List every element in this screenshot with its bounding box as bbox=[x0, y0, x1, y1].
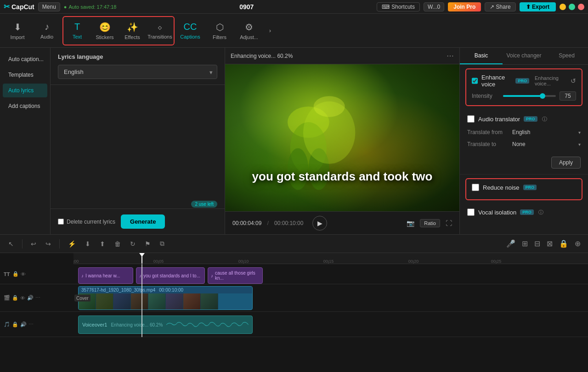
chevron-down-icon-translate-to: ▾ bbox=[578, 142, 581, 147]
undo-button[interactable]: ↩ bbox=[28, 238, 39, 249]
tool-audio[interactable]: ♪ Audio bbox=[33, 17, 61, 45]
audio-volume-icon[interactable]: 🔊 bbox=[20, 321, 27, 327]
tool-stickers[interactable]: 😊 Stickers bbox=[91, 17, 119, 45]
enhance-voice-reset-button[interactable]: ↺ bbox=[571, 77, 576, 85]
tab-voice-changer[interactable]: Voice changer bbox=[503, 48, 545, 64]
redo-button[interactable]: ↪ bbox=[43, 238, 54, 249]
audio-more-icon[interactable]: ⋯ bbox=[28, 321, 34, 327]
right-panel: Basic Voice changer Speed Enhance voice … bbox=[459, 48, 588, 234]
export-button[interactable]: ⬆ Export bbox=[520, 2, 556, 11]
audio-track-controls: 🎵 🔒 🔊 ⋯ bbox=[4, 321, 34, 327]
language-select[interactable]: English bbox=[58, 65, 217, 79]
timeline-snap-button[interactable]: ⊞ bbox=[520, 237, 530, 250]
video-clip-main[interactable]: 3577617-hd_1920_1080_30fps.mp4 00:00:10:… bbox=[78, 286, 253, 310]
translate-to-value: None bbox=[512, 141, 575, 147]
cursor-tool[interactable]: ↖ bbox=[6, 238, 17, 249]
tab-speed[interactable]: Speed bbox=[545, 48, 588, 64]
video-more-icon[interactable]: ⋯ bbox=[35, 295, 40, 301]
apply-button[interactable]: Apply bbox=[551, 157, 581, 169]
split-button[interactable]: ⚡ bbox=[65, 238, 79, 249]
play-button[interactable]: ▶ bbox=[312, 216, 327, 231]
mark-button[interactable]: ⚑ bbox=[142, 238, 153, 249]
workspace-button[interactable]: W...0 bbox=[424, 2, 444, 11]
filters-icon: ⬡ bbox=[216, 22, 224, 33]
add-captions-button[interactable]: Add captions bbox=[3, 99, 47, 113]
top-bar: ✂ CapCut Menu ● Auto saved: 17:47:18 090… bbox=[0, 0, 588, 14]
fullscreen-button[interactable]: ⛶ bbox=[446, 220, 452, 227]
tool-import[interactable]: ⬇ Import bbox=[4, 17, 31, 45]
highlighted-tools: T Text 😊 Stickers ✨ Effects ⬦ Transition… bbox=[62, 16, 175, 45]
video-eye-icon[interactable]: 👁 bbox=[20, 295, 25, 301]
menu-button[interactable]: Menu bbox=[38, 2, 60, 11]
intensity-slider-thumb[interactable] bbox=[540, 93, 545, 99]
lyrics-clip-2[interactable]: ♪ you got standards and I to... bbox=[136, 267, 205, 284]
audio-clip-main[interactable]: Voiceover1 Enhancing voice... 60.2% bbox=[78, 316, 253, 334]
timeline-plus-button[interactable]: ⊕ bbox=[573, 237, 582, 250]
screenshot-button[interactable]: 📷 bbox=[407, 220, 414, 227]
split-right-button[interactable]: ⬆ bbox=[97, 238, 108, 249]
crop-button[interactable]: ⧉ bbox=[157, 238, 167, 249]
tool-text[interactable]: T Text bbox=[63, 17, 91, 45]
tool-adjust[interactable]: ⚙ Adjust... bbox=[235, 17, 263, 45]
auto-lyrics-button[interactable]: Auto lyrics bbox=[3, 84, 47, 97]
captions-track: ♪ I wanna hear w... ♪ you got standards … bbox=[74, 264, 588, 284]
vocal-isolation-checkbox[interactable] bbox=[467, 209, 475, 216]
video-controls-right: 📷 Ratio ⛶ bbox=[407, 219, 452, 227]
timeline-magnet-button[interactable]: ⊟ bbox=[532, 237, 542, 250]
join-pro-button[interactable]: Join Pro bbox=[448, 2, 481, 11]
templates-button[interactable]: Templates bbox=[3, 68, 47, 82]
enhance-voice-checkbox[interactable] bbox=[472, 77, 478, 85]
lock-icon[interactable]: 🔒 bbox=[12, 271, 19, 277]
reduce-noise-section: Reduce noise PRO bbox=[465, 178, 582, 200]
audio-translator-checkbox[interactable] bbox=[467, 115, 475, 123]
close-button[interactable] bbox=[578, 4, 584, 10]
more-tools-button[interactable]: › bbox=[265, 17, 276, 45]
maximize-button[interactable] bbox=[569, 4, 575, 10]
share-button[interactable]: ↗ Share bbox=[485, 2, 515, 11]
tool-filters[interactable]: ⬡ Filters bbox=[206, 17, 233, 45]
intensity-value-input[interactable] bbox=[560, 91, 576, 101]
lyrics-clip-1[interactable]: ♪ I wanna hear w... bbox=[78, 267, 133, 284]
ruler-tick-0 bbox=[74, 261, 74, 264]
video-lock-icon[interactable]: 🔒 bbox=[12, 295, 18, 301]
mic-button[interactable]: 🎤 bbox=[504, 237, 517, 250]
timeline-link-button[interactable]: ⊠ bbox=[545, 237, 554, 250]
lyrics-language-title: Lyrics language bbox=[58, 53, 217, 60]
enhance-voice-pro-badge: PRO bbox=[515, 78, 529, 84]
audio-lock-icon[interactable]: 🔒 bbox=[12, 321, 18, 327]
video-menu-dots[interactable]: ⋯ bbox=[447, 51, 454, 60]
lyrics-clip-3[interactable]: ♪ cause all those girls kn... bbox=[208, 267, 263, 284]
minimize-button[interactable] bbox=[560, 4, 566, 10]
ratio-button[interactable]: Ratio bbox=[420, 219, 440, 227]
auto-captions-button[interactable]: Auto caption... bbox=[3, 52, 47, 66]
reduce-noise-checkbox[interactable] bbox=[472, 184, 479, 191]
reduce-noise-pro-badge: PRO bbox=[523, 185, 537, 190]
timeline-lock-button[interactable]: 🔒 bbox=[557, 237, 570, 250]
delete-button[interactable]: 🗑 bbox=[112, 238, 124, 249]
video-audio-icon[interactable]: 🔊 bbox=[27, 295, 34, 301]
captions-track-icon: TT bbox=[4, 271, 10, 277]
tab-basic[interactable]: Basic bbox=[460, 48, 503, 64]
intensity-slider-fill bbox=[503, 95, 543, 97]
loop-button[interactable]: ↻ bbox=[127, 238, 138, 249]
eye-icon[interactable]: 👁 bbox=[21, 271, 26, 277]
generate-button[interactable]: Generate bbox=[121, 214, 165, 229]
audio-translator-section: Audio translator PRO ⓘ Translate from En… bbox=[460, 110, 588, 175]
main-content: Auto caption... Templates Auto lyrics Ad… bbox=[0, 48, 588, 234]
split-left-button[interactable]: ⬇ bbox=[82, 238, 93, 249]
video-status-text: Enhancing voice... 60.2% bbox=[231, 53, 443, 59]
video-subtitle: you got standards and took two bbox=[225, 169, 459, 184]
timeline-toolbar: ↖ ↩ ↪ ⚡ ⬇ ⬆ 🗑 ↻ ⚑ ⧉ 🎤 ⊞ ⊟ ⊠ 🔒 ⊕ bbox=[0, 235, 588, 253]
timeline-labels-column: TT 🔒 👁 🎬 🔒 👁 🔊 ⋯ 🎵 bbox=[0, 253, 74, 372]
delete-lyrics-checkbox[interactable] bbox=[58, 219, 64, 225]
tool-effects[interactable]: ✨ Effects bbox=[119, 17, 146, 45]
apply-row: Apply bbox=[467, 153, 581, 169]
track-label-captions: TT 🔒 👁 bbox=[0, 264, 74, 284]
shortcuts-button[interactable]: ⌨ Shortcuts bbox=[377, 2, 420, 11]
captions-footer-wrapper: 2 use left Delete current lyrics Generat… bbox=[51, 209, 225, 234]
tool-captions[interactable]: CC Captions bbox=[176, 17, 204, 45]
audio-translator-label: Audio translator bbox=[478, 116, 520, 123]
tool-transitions[interactable]: ⬦ Transitions bbox=[146, 17, 174, 45]
track-label-video: 🎬 🔒 👁 🔊 ⋯ bbox=[0, 284, 74, 312]
window-controls bbox=[560, 4, 584, 10]
